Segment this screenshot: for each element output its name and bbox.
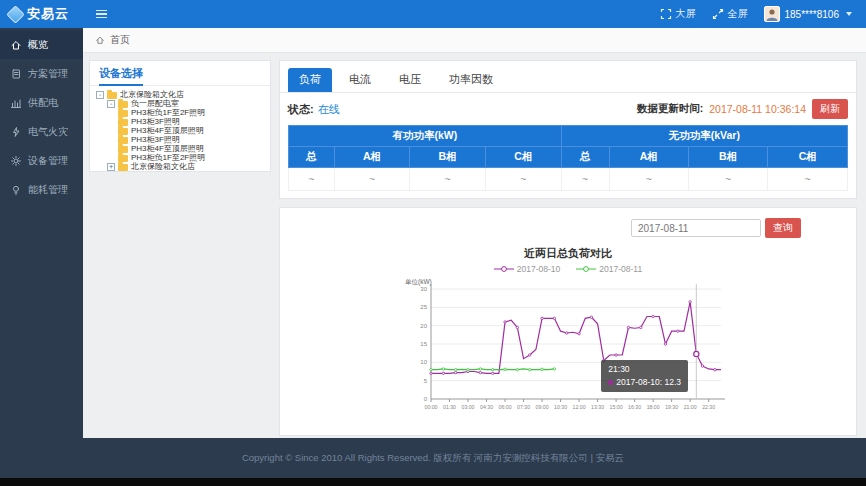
tree-node[interactable]: PH3柜4F至顶层照明 xyxy=(118,126,266,135)
logo-diamond-icon xyxy=(6,5,24,23)
status-label: 状态: xyxy=(288,102,314,117)
status-badge: 在线 xyxy=(318,102,340,117)
legend-item[interactable]: 2017-08-10 xyxy=(494,264,560,274)
svg-text:30: 30 xyxy=(420,286,427,292)
app-window: 安易云 大屏 全屏 185****8106 xyxy=(0,0,866,486)
svg-text:04:30: 04:30 xyxy=(480,404,493,410)
big-screen-label: 大屏 xyxy=(676,7,696,21)
user-menu[interactable]: 185****8106 xyxy=(764,6,853,22)
load-panel: 负荷 电流 电压 功率因数 状态: 在线 数据更新时间: 2017-08-11 … xyxy=(279,60,857,199)
sidebar-item-label: 方案管理 xyxy=(28,67,68,81)
svg-text:15: 15 xyxy=(420,341,427,347)
tree-node[interactable]: PH3柜3F照明 xyxy=(118,135,266,144)
sidebar-item-plans[interactable]: 方案管理 xyxy=(0,59,83,88)
tab-current[interactable]: 电流 xyxy=(338,68,382,92)
expand-corners-icon xyxy=(660,8,672,20)
tree-node[interactable]: -北京保险箱文化店 xyxy=(96,90,266,99)
big-screen-button[interactable]: 大屏 xyxy=(660,7,696,21)
sidebar-item-label: 供配电 xyxy=(28,96,58,110)
sidebar-item-electrical-fire[interactable]: 电气火灾 xyxy=(0,117,83,146)
table-cell: ~ xyxy=(334,168,410,191)
table-row: ~ ~ ~ ~ ~ ~ ~ ~ xyxy=(289,168,848,191)
table-cell: ~ xyxy=(289,168,335,191)
tree-expander[interactable]: - xyxy=(96,91,104,99)
tree-node-label: 北京保险箱文化店 xyxy=(120,90,184,99)
svg-text:25: 25 xyxy=(420,304,427,310)
sidebar-item-label: 电气火灾 xyxy=(28,125,68,139)
tree-node[interactable]: PH3柜4F至顶层照明 xyxy=(118,144,266,153)
power-table: 有功功率(kW) 无功功率(kVar) 总 A相 B相 C相 总 A相 xyxy=(288,125,848,191)
svg-text:22:30: 22:30 xyxy=(702,404,715,410)
chart-wrap: 05101520253000:0001:3003:0004:3006:0007:… xyxy=(403,275,733,425)
chart-title: 近两日总负荷对比 xyxy=(524,246,612,261)
svg-text:20: 20 xyxy=(420,323,427,329)
folder-icon xyxy=(118,119,128,126)
logo-text: 安易云 xyxy=(27,5,69,23)
legend-item[interactable]: 2017-08-11 xyxy=(576,264,642,274)
device-tree: -北京保险箱文化店 -负一层配电室 PH3柜负1F至2F照明 PH3柜3F照明 … xyxy=(90,86,270,171)
tree-node[interactable]: -负一层配电室 xyxy=(107,99,266,108)
sidebar-item-overview[interactable]: 概览 xyxy=(0,30,83,59)
breadcrumb-home-link[interactable]: 首页 xyxy=(110,33,130,47)
tab-power-factor[interactable]: 功率因数 xyxy=(438,68,504,92)
update-time-value: 2017-08-11 10:36:14 xyxy=(709,103,806,115)
load-chart[interactable]: 05101520253000:0001:3003:0004:3006:0007:… xyxy=(403,275,733,425)
query-button[interactable]: 查询 xyxy=(765,218,801,238)
svg-text:5: 5 xyxy=(424,378,428,384)
chart-panel: 查询 近两日总负荷对比 2017-08-102017-08-11 0510152… xyxy=(279,207,857,436)
tree-node-label: PH3柜4F至顶层照明 xyxy=(131,126,204,135)
tab-load[interactable]: 负荷 xyxy=(288,68,332,92)
sidebar-item-label: 概览 xyxy=(28,38,48,52)
sidebar-item-energy[interactable]: 能耗管理 xyxy=(0,175,83,204)
table-col-header: B相 xyxy=(410,147,486,168)
svg-text:06:00: 06:00 xyxy=(499,404,512,410)
table-col-header: C相 xyxy=(486,147,562,168)
folder-icon xyxy=(118,101,128,108)
table-cell: ~ xyxy=(768,168,848,191)
legend-line-icon xyxy=(576,265,596,273)
table-col-header: B相 xyxy=(688,147,767,168)
tree-expander[interactable]: - xyxy=(107,100,115,108)
svg-text:12:00: 12:00 xyxy=(573,404,586,410)
refresh-button[interactable]: 刷新 xyxy=(812,99,848,119)
svg-text:07:30: 07:30 xyxy=(517,404,530,410)
home-icon xyxy=(95,35,105,45)
tree-node[interactable]: PH3柜3F照明 xyxy=(118,117,266,126)
folder-icon xyxy=(107,92,117,99)
tree-node[interactable]: PH3柜负1F至2F照明 xyxy=(118,153,266,162)
window-bottom-strip xyxy=(0,478,866,486)
content-area: 首页 设备选择 -北京保险箱文化店 -负一层配电室 PH3柜负1F至2F照明 P… xyxy=(83,28,866,438)
tree-node[interactable]: PH3柜负1F至2F照明 xyxy=(118,108,266,117)
tree-node-label: 负一层配电室 xyxy=(131,99,179,108)
chevron-down-icon xyxy=(846,12,852,16)
table-cell: ~ xyxy=(688,168,767,191)
sidebar-item-devices[interactable]: 设备管理 xyxy=(0,146,83,175)
svg-text:16:30: 16:30 xyxy=(628,404,641,410)
legend-line-icon xyxy=(494,265,514,273)
full-screen-button[interactable]: 全屏 xyxy=(712,7,748,21)
date-input[interactable] xyxy=(631,219,761,237)
table-cell: ~ xyxy=(486,168,562,191)
tree-node[interactable]: +北京保险箱文化店 xyxy=(107,162,266,171)
tree-expander[interactable]: + xyxy=(107,163,115,171)
table-group-header: 无功功率(kVar) xyxy=(561,126,847,147)
tree-node-label: PH3柜3F照明 xyxy=(131,117,180,126)
tab-voltage[interactable]: 电压 xyxy=(388,68,432,92)
tree-node-label: PH3柜负1F至2F照明 xyxy=(131,153,205,162)
svg-text:21:00: 21:00 xyxy=(684,404,697,410)
sidebar-item-label: 设备管理 xyxy=(28,154,68,168)
update-time-label: 数据更新时间: xyxy=(637,102,704,116)
query-row: 查询 xyxy=(280,208,856,238)
menu-toggle-icon[interactable] xyxy=(96,10,107,19)
table-cell: ~ xyxy=(609,168,688,191)
sidebar-item-power-distribution[interactable]: 供配电 xyxy=(0,88,83,117)
table-col-header: 总 xyxy=(289,147,335,168)
bar-chart-icon xyxy=(10,97,22,109)
tree-node-label: 北京保险箱文化店 xyxy=(131,162,195,171)
table-cell: ~ xyxy=(410,168,486,191)
table-col-header: A相 xyxy=(609,147,688,168)
table-cell: ~ xyxy=(561,168,609,191)
footer: Copyright © Since 2010 All Rights Reserv… xyxy=(0,438,866,478)
chart-area: 近两日总负荷对比 2017-08-102017-08-11 0510152025… xyxy=(280,238,856,435)
folder-icon xyxy=(118,164,128,171)
